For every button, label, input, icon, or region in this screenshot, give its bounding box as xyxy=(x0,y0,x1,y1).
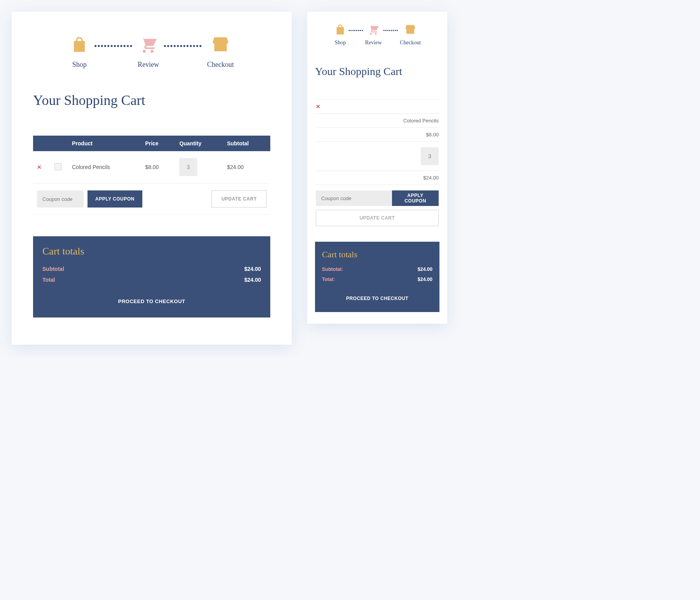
step-divider: •••••••••••• xyxy=(89,35,138,50)
progress-steps: Shop •••••••• Review •••••••• Checkout xyxy=(315,23,439,46)
list-item: $24.00 xyxy=(315,171,439,185)
apply-coupon-button[interactable]: APPLY COUPON xyxy=(88,190,142,208)
total-label: Total xyxy=(42,277,55,283)
step-label: Shop xyxy=(72,61,87,69)
cart-totals: Cart totals Subtotal: $24.00 Total: $24.… xyxy=(315,242,439,312)
remove-icon[interactable]: ✕ xyxy=(37,164,42,170)
mobile-view: Shop •••••••• Review •••••••• Checkout Y… xyxy=(307,12,447,324)
product-thumb[interactable] xyxy=(54,163,61,170)
col-subtotal: Subtotal xyxy=(223,136,270,151)
step-label: Review xyxy=(138,61,159,69)
update-cart-button[interactable]: UPDATE CART xyxy=(212,190,266,208)
product-subtotal: $24.00 xyxy=(223,151,270,183)
update-cart-button[interactable]: UPDATE CART xyxy=(316,210,439,226)
col-quantity: Quantity xyxy=(175,136,223,151)
quantity-input[interactable] xyxy=(179,158,197,176)
list-item: Colored Pencils xyxy=(315,114,439,128)
store-icon xyxy=(404,23,417,37)
product-price: $8.00 xyxy=(426,132,439,138)
step-review[interactable]: Review xyxy=(365,23,382,46)
cart-totals: Cart totals Subtotal $24.00 Total $24.00… xyxy=(33,236,270,317)
coupon-input[interactable] xyxy=(316,190,392,206)
store-icon xyxy=(210,35,231,55)
quantity-input[interactable] xyxy=(421,147,439,165)
col-price: Price xyxy=(141,136,175,151)
step-divider: •••••••••••• xyxy=(159,35,207,50)
totals-title: Cart totals xyxy=(42,246,261,257)
step-label: Review xyxy=(365,40,382,46)
page-title: Your Shopping Cart xyxy=(315,65,439,78)
step-label: Checkout xyxy=(207,61,234,69)
apply-coupon-button[interactable]: APPLY COUPON xyxy=(392,190,439,206)
cart-list: ✕ Colored Pencils $8.00 $24.00 APPLY COU… xyxy=(315,99,439,226)
step-review[interactable]: Review xyxy=(138,35,159,69)
totals-title: Cart totals xyxy=(322,249,432,260)
step-label: Checkout xyxy=(400,40,421,46)
coupon-input[interactable] xyxy=(37,190,84,208)
col-product: Product xyxy=(68,136,141,151)
proceed-checkout-button[interactable]: PROCEED TO CHECKOUT xyxy=(322,296,432,301)
desktop-view: Shop •••••••••••• Review •••••••••••• Ch… xyxy=(12,12,292,345)
total-label: Total: xyxy=(322,277,335,282)
list-item: $8.00 xyxy=(315,128,439,142)
product-subtotal: $24.00 xyxy=(423,175,439,181)
remove-icon[interactable]: ✕ xyxy=(316,103,320,110)
page-title: Your Shopping Cart xyxy=(33,92,270,108)
subtotal-label: Subtotal xyxy=(42,266,64,272)
product-name[interactable]: Colored Pencils xyxy=(68,151,141,183)
list-item xyxy=(315,142,439,171)
step-label: Shop xyxy=(335,40,346,46)
table-row: ✕ Colored Pencils $8.00 $24.00 xyxy=(33,151,270,183)
product-name[interactable]: Colored Pencils xyxy=(403,118,439,124)
cart-actions: APPLY COUPON UPDATE CART xyxy=(315,185,439,226)
step-checkout[interactable]: Checkout xyxy=(400,23,421,46)
subtotal-label: Subtotal: xyxy=(322,267,343,272)
cart-icon xyxy=(367,23,380,37)
list-item: ✕ xyxy=(315,99,439,114)
product-price: $8.00 xyxy=(141,151,175,183)
step-checkout[interactable]: Checkout xyxy=(207,35,234,69)
progress-steps: Shop •••••••••••• Review •••••••••••• Ch… xyxy=(33,35,270,69)
step-divider: •••••••• xyxy=(382,23,400,33)
cart-icon xyxy=(138,35,158,55)
subtotal-value: $24.00 xyxy=(418,267,432,272)
proceed-checkout-button[interactable]: PROCEED TO CHECKOUT xyxy=(42,298,261,304)
bag-icon xyxy=(69,35,89,55)
subtotal-value: $24.00 xyxy=(244,266,261,272)
total-value: $24.00 xyxy=(418,277,432,282)
step-divider: •••••••• xyxy=(347,23,365,33)
step-shop[interactable]: Shop xyxy=(69,35,89,69)
total-value: $24.00 xyxy=(244,277,261,283)
step-shop[interactable]: Shop xyxy=(334,23,347,46)
cart-table: Product Price Quantity Subtotal ✕ Colore… xyxy=(33,136,270,215)
bag-icon xyxy=(334,23,347,37)
